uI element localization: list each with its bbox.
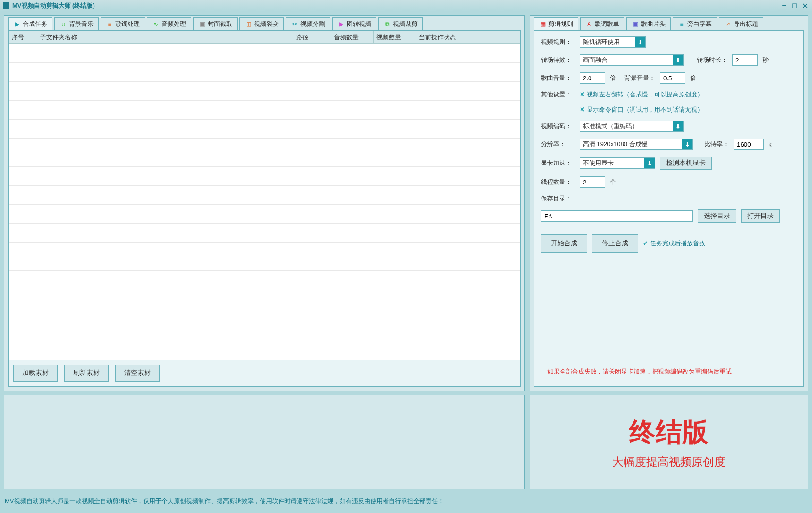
rtab-icon: ↗: [724, 20, 732, 28]
sound-checkbox[interactable]: 任务完成后播放音效: [643, 239, 705, 248]
chevron-down-icon: ⬇: [673, 121, 683, 131]
table-row[interactable]: [9, 233, 520, 243]
col-header[interactable]: 子文件夹名称: [37, 31, 293, 44]
cut-icon: ✂: [291, 20, 299, 28]
refresh-button[interactable]: 刷新素材: [64, 365, 109, 382]
song-vol-input[interactable]: [580, 72, 605, 84]
table-row[interactable]: [9, 91, 520, 101]
table-row[interactable]: [9, 243, 520, 252]
table-row[interactable]: [9, 252, 520, 261]
table-row[interactable]: [9, 167, 520, 176]
table-row[interactable]: [9, 261, 520, 271]
table-row[interactable]: [9, 195, 520, 205]
transition-select[interactable]: 画面融合 ⬇: [580, 54, 684, 66]
col-header[interactable]: 当前操作状态: [416, 31, 501, 44]
table-row[interactable]: [9, 157, 520, 167]
rtab-1[interactable]: A歌词歌单: [580, 17, 624, 30]
chevron-down-icon: ⬇: [644, 158, 655, 168]
tab-music[interactable]: ♫背景音乐: [54, 17, 99, 30]
tab-cut[interactable]: ✂视频分割: [286, 17, 330, 30]
crop-icon: ⧉: [384, 20, 391, 28]
stop-button[interactable]: 停止合成: [592, 234, 638, 253]
promo-title: 终结版: [629, 415, 709, 451]
col-header[interactable]: [501, 31, 520, 44]
cmd-checkbox[interactable]: 显示命令窗口（调试用，用不到话请无视）: [580, 105, 703, 114]
rtab-2[interactable]: ▣歌曲片头: [626, 17, 671, 30]
col-header[interactable]: 视频数量: [374, 31, 416, 44]
table-row[interactable]: [9, 186, 520, 195]
tab-label: 封面截取: [208, 20, 232, 28]
video-rule-select[interactable]: 随机循环使用 ⬇: [580, 36, 646, 48]
grid-wrap[interactable]: 序号子文件夹名称路径音频数量视频数量当前操作状态: [9, 31, 520, 360]
tab-split[interactable]: ◫视频裂变: [239, 17, 284, 30]
table-row[interactable]: [9, 72, 520, 82]
open-dir-button[interactable]: 打开目录: [741, 209, 780, 223]
tab-play[interactable]: ▶合成任务: [8, 17, 52, 30]
bit-unit: k: [769, 141, 772, 148]
rtab-4[interactable]: ↗导出标题: [719, 17, 763, 30]
table-row[interactable]: [9, 44, 520, 53]
clear-button[interactable]: 清空素材: [115, 365, 160, 382]
minimize-button[interactable]: −: [780, 1, 788, 10]
threads-input[interactable]: [580, 176, 605, 188]
tab-label: 视频裂变: [254, 20, 279, 28]
video-rule-label: 视频规则：: [541, 38, 575, 46]
left-tabs: ▶合成任务♫背景音乐≡歌词处理∿音频处理▣封面截取◫视频裂变✂视频分割▶图转视频…: [4, 16, 524, 30]
choose-dir-button[interactable]: 选择目录: [698, 209, 736, 223]
tab-label: 歌词处理: [115, 20, 140, 28]
maximize-button[interactable]: □: [790, 1, 799, 10]
bg-vol-label: 背景音量：: [624, 74, 655, 82]
table-row[interactable]: [9, 214, 520, 224]
tab-crop[interactable]: ⧉视频裁剪: [378, 17, 423, 30]
transition-dur-input[interactable]: [732, 54, 758, 66]
rtab-3[interactable]: ≡旁白字幕: [673, 17, 717, 30]
tab-image[interactable]: ▣封面截取: [193, 17, 238, 30]
table-row[interactable]: [9, 148, 520, 157]
save-dir-input[interactable]: [541, 210, 693, 222]
bitrate-input[interactable]: [734, 139, 764, 150]
gpu-select[interactable]: 不使用显卡 ⬇: [580, 157, 655, 169]
footer: MV视频自动剪辑大师是一款视频全自动剪辑软件，仅用于个人原创视频制作、提高剪辑效…: [0, 493, 812, 509]
table-row[interactable]: [9, 101, 520, 110]
table-row[interactable]: [9, 139, 520, 148]
tab-label: 音频处理: [162, 20, 186, 28]
table-row[interactable]: [9, 63, 520, 72]
table-row[interactable]: [9, 53, 520, 63]
rtab-label: 歌词歌单: [595, 20, 619, 28]
right-tab-content: 视频规则： 随机循环使用 ⬇ 转场特效： 画面融合 ⬇ 转场时长：: [534, 30, 804, 387]
load-button[interactable]: 加载素材: [13, 365, 58, 382]
image-icon: ▣: [198, 20, 206, 28]
table-row[interactable]: [9, 176, 520, 186]
col-header[interactable]: 序号: [9, 31, 37, 44]
table-row[interactable]: [9, 129, 520, 139]
col-header[interactable]: 路径: [293, 31, 331, 44]
rtab-label: 导出标题: [734, 20, 758, 28]
tab-convert[interactable]: ▶图转视频: [332, 17, 376, 30]
flip-checkbox[interactable]: 视频左右翻转（合成慢，可以提高原创度）: [580, 90, 703, 99]
tab-audio[interactable]: ∿音频处理: [147, 17, 191, 30]
table-row[interactable]: [9, 205, 520, 214]
other-label: 其他设置：: [541, 90, 575, 99]
table-row[interactable]: [9, 120, 520, 129]
encode-select[interactable]: 标准模式（重编码） ⬇: [580, 121, 684, 132]
tab-lyrics[interactable]: ≡歌词处理: [101, 17, 145, 30]
chevron-down-icon: ⬇: [635, 37, 645, 47]
start-button[interactable]: 开始合成: [541, 234, 587, 253]
res-select[interactable]: 高清 1920x1080 合成慢 ⬇: [580, 139, 693, 150]
chevron-down-icon: ⬇: [673, 55, 683, 65]
table-row[interactable]: [9, 224, 520, 233]
left-panel: ▶合成任务♫背景音乐≡歌词处理∿音频处理▣封面截取◫视频裂变✂视频分割▶图转视频…: [4, 15, 525, 391]
audio-icon: ∿: [152, 20, 160, 28]
save-label: 保存目录：: [541, 194, 575, 203]
detect-gpu-button[interactable]: 检测本机显卡: [660, 157, 712, 170]
col-header[interactable]: 音频数量: [331, 31, 374, 44]
rtab-icon: ≡: [678, 20, 685, 28]
rtab-0[interactable]: ▦剪辑规则: [534, 17, 578, 30]
bg-vol-input[interactable]: [660, 72, 685, 84]
task-table: 序号子文件夹名称路径音频数量视频数量当前操作状态: [9, 31, 520, 271]
table-row[interactable]: [9, 110, 520, 120]
rtab-label: 歌曲片头: [641, 20, 666, 28]
encode-label: 视频编码：: [541, 122, 575, 130]
close-button[interactable]: ✕: [801, 1, 809, 10]
table-row[interactable]: [9, 82, 520, 91]
